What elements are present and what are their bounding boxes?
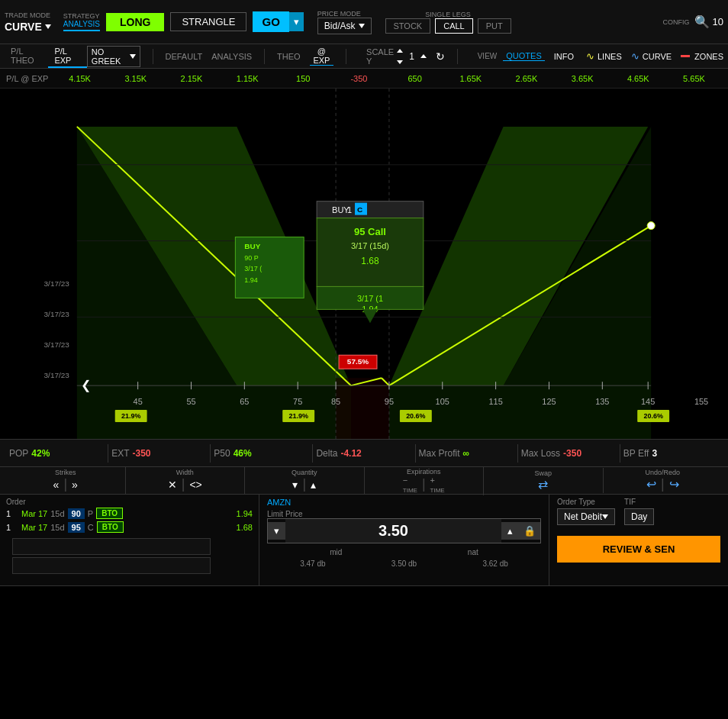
strangle-button[interactable]: STRANGLE bbox=[170, 12, 246, 31]
pl-theo-tab[interactable]: P/L THEO bbox=[5, 45, 48, 68]
greek-select[interactable]: NO GREEK bbox=[87, 46, 140, 67]
order-row-1: 1 Mar 17 15d 90 P BTO 1.94 bbox=[6, 508, 253, 519]
order-days-2: 15d bbox=[50, 523, 64, 532]
long-button[interactable]: LONG bbox=[106, 13, 164, 31]
strikes-label: Strikes bbox=[55, 469, 76, 476]
svg-text:3/17/23: 3/17/23 bbox=[44, 371, 70, 379]
order-days-1: 15d bbox=[50, 509, 64, 518]
limit-input-wrap: ▾ 3.50 ▴ 🔒 bbox=[267, 518, 541, 543]
pl-val-11: 5.65K bbox=[666, 74, 722, 83]
swap-label: Swap bbox=[534, 469, 552, 477]
pl-val-10: 4.65K bbox=[610, 74, 666, 83]
order-mid-panel: AMZN Limit Price ▾ 3.50 ▴ 🔒 mid nat 3.47… bbox=[259, 495, 549, 585]
atexp-button[interactable]: @ EXP bbox=[310, 47, 334, 66]
svg-text:125: 125 bbox=[542, 397, 556, 406]
analysis-button[interactable]: ANALYSIS bbox=[211, 52, 252, 61]
expand-button[interactable]: <> bbox=[189, 479, 201, 491]
analysis-tab[interactable]: ANALYSIS bbox=[63, 20, 100, 31]
quotes-button[interactable]: QUOTES bbox=[503, 51, 544, 61]
scale-y-label: SCALE Y bbox=[366, 47, 394, 66]
compress-button[interactable]: ✕ bbox=[168, 479, 177, 491]
pl-val-8: 2.65K bbox=[498, 74, 554, 83]
lines-item: ∿ LINES bbox=[586, 50, 622, 62]
delta-value: -4.12 bbox=[340, 448, 361, 459]
divider-2 bbox=[264, 49, 265, 64]
symbol-label: AMZN bbox=[267, 498, 541, 507]
order-strike-1: 90 bbox=[68, 508, 85, 519]
strikes-decrease-button[interactable]: « bbox=[53, 479, 60, 491]
quantity-down-button[interactable]: ▾ bbox=[292, 479, 298, 491]
theo-button[interactable]: THEO bbox=[277, 52, 301, 61]
svg-text:95 Call: 95 Call bbox=[354, 226, 386, 237]
stats-divider-6 bbox=[620, 444, 620, 463]
undo-button[interactable]: ↩ bbox=[646, 477, 656, 492]
strikes-increase-button[interactable]: » bbox=[72, 479, 78, 491]
swap-button[interactable]: ⇄ bbox=[538, 477, 548, 492]
stock-button[interactable]: STOCK bbox=[385, 18, 431, 34]
info-button[interactable]: INFO bbox=[551, 52, 577, 61]
pl-exp-tab[interactable]: P/L EXP bbox=[48, 45, 86, 68]
pl-tabs: P/L THEO P/L EXP NO GREEK bbox=[5, 45, 140, 68]
svg-text:65: 65 bbox=[240, 397, 249, 406]
limit-value: 3.50 bbox=[285, 519, 501, 543]
pl-row-label: P/L @ EXP bbox=[6, 74, 52, 83]
scale-down-button[interactable] bbox=[397, 60, 403, 64]
go-arrow-button[interactable]: ▾ bbox=[289, 12, 304, 31]
width-divider: | bbox=[182, 476, 185, 492]
limit-down-button[interactable]: ▾ bbox=[268, 522, 285, 540]
lines-label: LINES bbox=[598, 52, 622, 61]
refresh-icon[interactable]: ↻ bbox=[436, 50, 445, 63]
bpeff-label: BP Eff bbox=[623, 448, 649, 459]
bid-ask-dropdown[interactable]: Bid/Ask bbox=[317, 18, 372, 34]
put-button[interactable]: PUT bbox=[478, 18, 511, 34]
bpeff-value: 3 bbox=[652, 448, 657, 459]
order-action-2: BTO bbox=[97, 521, 124, 533]
db1-value: 3.47 db bbox=[300, 559, 325, 568]
bottom-input-2[interactable] bbox=[12, 557, 211, 574]
bottom-inputs bbox=[6, 535, 253, 579]
scale-up-button[interactable] bbox=[397, 49, 403, 53]
maxloss-label: Max Loss bbox=[521, 448, 560, 459]
order-row-2: 1 Mar 17 15d 95 C BTO 1.68 bbox=[6, 521, 253, 533]
stat-ext: EXT -350 bbox=[111, 448, 207, 459]
width-label: Width bbox=[176, 469, 194, 476]
stats-divider-3 bbox=[312, 444, 313, 463]
pl-val-9: 3.65K bbox=[555, 74, 610, 83]
bottom-input-1[interactable] bbox=[12, 538, 211, 555]
redo-button[interactable]: ↪ bbox=[669, 477, 679, 492]
stat-maxprofit: Max Profit ∞ bbox=[419, 448, 514, 459]
trade-mode-label: TRADE MODE bbox=[5, 11, 50, 19]
scale-increment-button[interactable] bbox=[420, 54, 427, 58]
default-button[interactable]: DEFAULT bbox=[165, 52, 202, 61]
bid-ask-value: Bid/Ask bbox=[324, 21, 356, 31]
undo-redo-buttons: ↩ | ↪ bbox=[646, 476, 679, 492]
ext-label: EXT bbox=[111, 448, 129, 459]
trade-mode-dropdown[interactable]: CURVE bbox=[5, 21, 51, 33]
quantity-up-button[interactable]: ▴ bbox=[311, 479, 316, 491]
review-send-button[interactable]: REVIEW & SEN bbox=[557, 536, 720, 563]
price-mode-section: PRICE MODE Bid/Ask bbox=[317, 10, 372, 34]
db-row: 3.47 db 3.50 db 3.62 db bbox=[267, 559, 541, 568]
width-buttons: ✕ | <> bbox=[168, 476, 202, 492]
lock-icon[interactable]: 🔒 bbox=[519, 522, 540, 540]
width-section: Width ✕ | <> bbox=[126, 467, 246, 494]
order-type-select[interactable]: Net Debit bbox=[557, 508, 615, 525]
tif-value: Day bbox=[624, 508, 654, 525]
minus-time-button[interactable]: −TIME bbox=[403, 476, 417, 494]
order-type-2: C bbox=[88, 523, 94, 532]
plus-time-button[interactable]: +TIME bbox=[430, 476, 445, 494]
go-button[interactable]: GO bbox=[253, 11, 288, 32]
call-button[interactable]: CALL bbox=[435, 18, 473, 34]
limit-up-button[interactable]: ▴ bbox=[501, 522, 519, 540]
zones-item: ZONES bbox=[681, 52, 723, 61]
chart-area: 🎓 STOCK TRADINGSCHOOL bbox=[0, 89, 728, 440]
curve-icon: ∿ bbox=[631, 50, 639, 62]
svg-text:135: 135 bbox=[595, 397, 609, 406]
svg-text:21.9%: 21.9% bbox=[288, 412, 308, 420]
svg-text:115: 115 bbox=[488, 397, 502, 406]
order-type-tif-row: Order Type Net Debit TIF Day bbox=[557, 498, 720, 531]
svg-text:90 P: 90 P bbox=[244, 254, 258, 262]
strikes-section: Strikes « | » bbox=[6, 467, 126, 494]
svg-text:3/17 (: 3/17 ( bbox=[244, 265, 262, 272]
order-right-panel: Order Type Net Debit TIF Day REVIEW & SE… bbox=[549, 495, 728, 585]
